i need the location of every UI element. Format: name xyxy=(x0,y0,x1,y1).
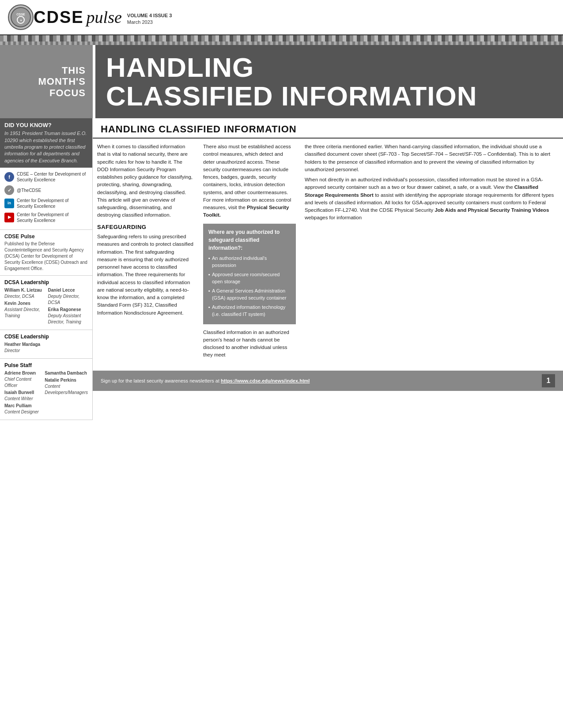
pulse-staff-grid: Adriene Brown Chief Content Officer Isai… xyxy=(4,370,88,416)
col3-para2: When not directly in an authorized indiv… xyxy=(305,176,559,222)
page-header: CDSE ★ CDSE pulse VOLUME 4 ISSUE 3 March… xyxy=(0,0,563,35)
callout-box: Where are you authorized to safeguard cl… xyxy=(203,224,296,324)
facebook-icon: f xyxy=(4,172,14,182)
linkedin-label: Center for Development ofSecurity Excell… xyxy=(17,198,68,209)
youtube-label: Center for Development ofSecurity Excell… xyxy=(17,212,68,223)
dcsa-leadership-title: DCSA Leadership xyxy=(4,279,88,285)
pulse-info-text: Published by the Defense Counterintellig… xyxy=(4,241,88,272)
twitter-icon: ✓ xyxy=(4,185,14,195)
callout-item-2: ▪ Approved secure room/secured open stor… xyxy=(208,271,291,285)
header-meta: VOLUME 4 ISSUE 3 March 2023 xyxy=(127,9,172,26)
callout-bullet-4: ▪ xyxy=(208,304,210,311)
dcsa-leader-1: William K. Lietzau Director, DCSA Kevin … xyxy=(4,287,45,326)
pulse-staff-col1: Adriene Brown Chief Content Officer Isai… xyxy=(4,370,41,416)
callout-item-1: ▪ An authorized individual's possession xyxy=(208,255,291,269)
social-linkedin[interactable]: in Center for Development ofSecurity Exc… xyxy=(4,198,88,209)
pulse-staff-section: Pulse Staff Adriene Brown Chief Content … xyxy=(0,359,92,420)
content-header: HANDLING CLASSIFIED INFORMATION xyxy=(93,118,563,139)
svg-text:★: ★ xyxy=(20,19,22,22)
svg-point-0 xyxy=(11,8,30,27)
content-col2: There also must be established access co… xyxy=(199,143,300,362)
cdse-leadership-section: CDSE Leadership Heather Mardaga Director xyxy=(0,330,92,359)
did-you-know-section: DID YOU KNOW? In 1951 President Truman i… xyxy=(0,118,92,168)
col3-para1: the three criteria mentioned earlier. Wh… xyxy=(305,143,559,173)
pulse-info-section: CDSE Pulse Published by the Defense Coun… xyxy=(0,230,92,276)
svg-text:CDSE: CDSE xyxy=(16,13,25,16)
callout-bullet-1: ▪ xyxy=(208,255,210,262)
pulse-info-title: CDSE Pulse xyxy=(4,233,88,240)
brand-cdse: CDSE xyxy=(34,9,84,26)
content-col1: When it comes to classified information … xyxy=(97,143,199,362)
pulse-staff-title: Pulse Staff xyxy=(4,362,88,368)
content-body: When it comes to classified information … xyxy=(93,143,563,362)
page-footer: Sign up for the latest security awarenes… xyxy=(93,371,563,391)
footer-link[interactable]: https://www.cdse.edu/news/index.html xyxy=(221,378,310,383)
linkedin-icon: in xyxy=(4,199,14,208)
deco-strip-1 xyxy=(0,35,563,41)
main-content: HANDLING CLASSIFIED INFORMATION When it … xyxy=(93,118,563,420)
main-layout: DID YOU KNOW? In 1951 President Truman i… xyxy=(0,118,563,420)
content-title: HANDLING CLASSIFIED INFORMATION xyxy=(101,124,555,135)
content-col3: the three criteria mentioned earlier. Wh… xyxy=(300,143,559,362)
callout-bullet-3: ▪ xyxy=(208,287,210,295)
page-number: 1 xyxy=(542,374,555,387)
social-facebook[interactable]: f CDSE – Center for Development ofSecuri… xyxy=(4,171,88,183)
brand-pulse: pulse xyxy=(87,9,122,26)
callout-title: Where are you authorized to safeguard cl… xyxy=(208,228,291,252)
twitter-label: @TheCDSE xyxy=(17,188,41,193)
callout-bullet-2: ▪ xyxy=(208,271,210,278)
cdse-leadership-title: CDSE Leadership xyxy=(4,334,88,340)
dcsa-leadership-section: DCSA Leadership William K. Lietzau Direc… xyxy=(0,276,92,330)
callout-item-4: ▪ Authorized information technology (i.e… xyxy=(208,304,291,318)
hero-section: THIS MONTH'S FOCUS HANDLING CLASSIFIED I… xyxy=(0,45,563,118)
footer-text: Sign up for the latest security awarenes… xyxy=(101,378,310,383)
cdse-director: Heather Mardaga Director xyxy=(4,341,88,354)
youtube-icon: ▶ xyxy=(4,213,14,222)
col1-intro: When it comes to classified information … xyxy=(97,143,193,219)
safeguarding-heading: SAFEGUARDING xyxy=(97,223,193,232)
social-links: f CDSE – Center for Development ofSecuri… xyxy=(0,168,92,230)
col2-para1: There also must be established access co… xyxy=(203,143,296,219)
sidebar: DID YOU KNOW? In 1951 President Truman i… xyxy=(0,118,93,420)
dyk-title: DID YOU KNOW? xyxy=(4,122,88,128)
social-twitter[interactable]: ✓ @TheCDSE xyxy=(4,185,41,195)
col2-para2: Classified information in an authorized … xyxy=(203,329,296,359)
callout-item-3: ▪ A General Services Administration (GSA… xyxy=(208,287,291,302)
header-title-block: CDSE pulse VOLUME 4 ISSUE 3 March 2023 xyxy=(34,9,172,26)
dcsa-leaders-grid: William K. Lietzau Director, DCSA Kevin … xyxy=(4,287,88,326)
dyk-text: In 1951 President Truman issued E.O. 102… xyxy=(4,130,88,164)
facebook-label: CDSE – Center for Development ofSecurity… xyxy=(17,171,86,183)
dcsa-leader-2: Daniel Lecce Deputy Director, DCSA Erika… xyxy=(48,287,88,326)
hero-focus-label: THIS MONTH'S FOCUS xyxy=(0,45,93,118)
deco-strip-2 xyxy=(0,41,563,45)
social-youtube[interactable]: ▶ Center for Development ofSecurity Exce… xyxy=(4,212,88,223)
hero-main-title: HANDLING CLASSIFIED INFORMATION xyxy=(95,45,563,118)
col1-safeguarding: Safeguarding refers to using prescribed … xyxy=(97,233,193,317)
pulse-staff-col2: Samantha Dambach Natalie Perkins Content… xyxy=(45,370,88,416)
cdse-logo: CDSE ★ xyxy=(8,4,34,30)
